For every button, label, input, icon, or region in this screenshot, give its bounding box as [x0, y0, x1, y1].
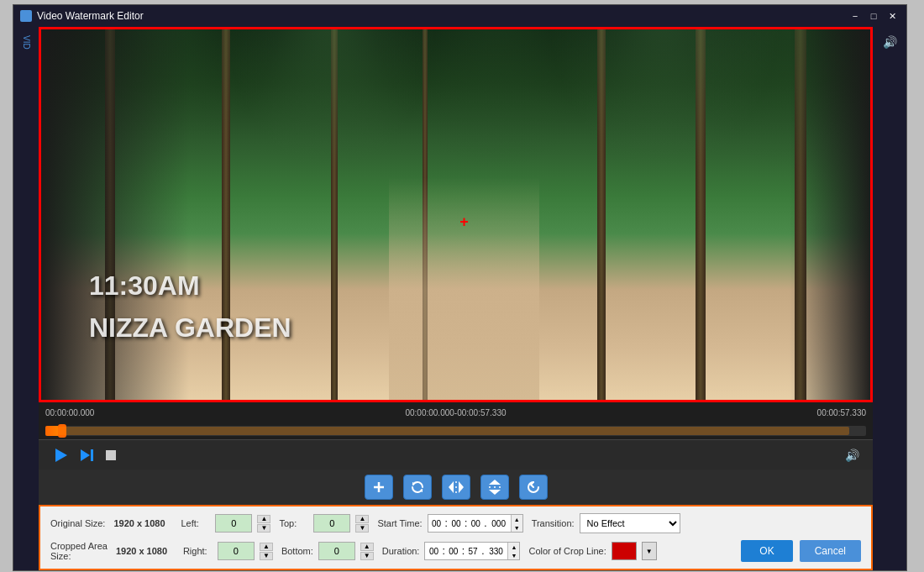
original-size-label: Original Size: [50, 518, 105, 528]
start-time-input[interactable]: : : . ▲ ▼ [428, 514, 523, 533]
reset-button[interactable] [519, 475, 548, 500]
tool-buttons-row [39, 470, 873, 505]
start-time-spinner: ▲ ▼ [511, 515, 522, 532]
dark-left-edge [39, 27, 189, 402]
step-forward-button[interactable] [79, 448, 94, 463]
start-time-group: Start Time: : : . ▲ ▼ [377, 514, 522, 533]
properties-row-2: Cropped AreaSize: 1920 x 1080 Right: ▲ ▼ [50, 540, 861, 562]
transport-controls: 🔊 [39, 439, 873, 470]
cancel-button[interactable]: Cancel [800, 540, 861, 562]
dur-down[interactable]: ▼ [507, 551, 519, 559]
dur-h-input[interactable] [425, 547, 442, 556]
main-content: 11:30AM NIZZA GARDEN + 00:00:00.000 00:0… [39, 27, 873, 570]
add-watermark-button[interactable] [365, 475, 393, 500]
main-window: Video Watermark Editor − □ ✕ VID [13, 4, 907, 571]
right-down-arrow[interactable]: ▼ [260, 552, 273, 560]
maximize-button[interactable]: □ [866, 8, 881, 24]
title-bar: Video Watermark Editor − □ ✕ [13, 5, 906, 27]
transition-group: Transition: No Effect Fade In Fade Out F… [532, 513, 680, 533]
title-bar-controls: − □ ✕ [848, 8, 900, 24]
right-input[interactable] [218, 542, 255, 560]
properties-row-1: Original Size: 1920 x 1080 Left: ▲ ▼ Top… [50, 513, 861, 533]
timeline-time-right: 00:00:57.330 [782, 408, 866, 417]
left-down-arrow[interactable]: ▼ [257, 524, 270, 533]
cropped-area-label-group: Cropped AreaSize: [50, 541, 108, 561]
seekbar-container[interactable] [39, 422, 873, 439]
color-crop-label: Color of Crop Line: [528, 546, 606, 556]
svg-rect-3 [106, 450, 116, 460]
dark-right-edge [790, 27, 873, 402]
sidebar-label: VID [22, 35, 31, 50]
top-down-arrow[interactable]: ▼ [355, 524, 369, 533]
right-spinner: ▲ ▼ [260, 543, 273, 560]
transition-select[interactable]: No Effect Fade In Fade Out Fade In/Out [580, 513, 680, 533]
start-time-label: Start Time: [377, 518, 422, 528]
dur-up[interactable]: ▲ [507, 543, 519, 551]
start-time-down[interactable]: ▼ [511, 523, 522, 532]
dur-s-input[interactable] [465, 547, 481, 556]
svg-marker-13 [489, 480, 501, 485]
start-h-input[interactable] [428, 519, 445, 528]
volume-control: 🔊 [845, 449, 859, 462]
bottom-up-arrow[interactable]: ▲ [360, 543, 374, 551]
start-time-up[interactable]: ▲ [511, 515, 522, 523]
svg-marker-14 [489, 490, 501, 495]
color-crop-group: Color of Crop Line: ▼ [528, 542, 656, 560]
right-prop-group: Right: ▲ ▼ [183, 542, 273, 560]
left-sidebar: VID [13, 27, 39, 570]
color-crop-box[interactable] [612, 542, 637, 560]
action-buttons: OK Cancel [741, 540, 861, 562]
right-label: Right: [183, 546, 213, 556]
flip-vertical-button[interactable] [480, 475, 509, 500]
top-up-arrow[interactable]: ▲ [355, 515, 369, 523]
svg-marker-9 [459, 481, 464, 493]
watermark-time: 11:30AM [89, 270, 200, 302]
dur-ms-input[interactable] [484, 547, 507, 556]
watermark-name: NIZZA GARDEN [89, 312, 291, 344]
right-panel: 🔊 [873, 27, 906, 570]
cropped-area-value: 1920 x 1080 [116, 546, 175, 556]
bottom-prop-group: Bottom: ▲ ▼ [281, 542, 374, 560]
duration-group: Duration: : : . ▲ ▼ [382, 542, 521, 560]
volume-icon[interactable]: 🔊 [845, 449, 859, 462]
close-button[interactable]: ✕ [885, 8, 900, 24]
top-prop-group: Top: ▲ ▼ [279, 514, 369, 533]
ok-button[interactable]: OK [741, 540, 792, 562]
minimize-button[interactable]: − [848, 8, 863, 24]
timeline-time-center: 00:00:00.000-00:00:57.330 [129, 408, 782, 417]
flip-horizontal-button[interactable] [442, 475, 470, 500]
top-input[interactable] [313, 514, 350, 533]
seekbar-track[interactable] [45, 426, 866, 436]
refresh-button[interactable] [403, 475, 432, 500]
left-label: Left: [181, 518, 210, 528]
play-button[interactable] [52, 447, 69, 464]
path-highlight [389, 177, 539, 402]
duration-input[interactable]: : : . ▲ ▼ [424, 542, 520, 560]
title-bar-left: Video Watermark Editor [20, 10, 144, 22]
left-spinner: ▲ ▼ [257, 515, 270, 533]
timeline-labels: 00:00:00.000 00:00:00.000-00:00:57.330 0… [39, 402, 873, 422]
speaker-icon[interactable]: 🔊 [883, 35, 897, 49]
left-input[interactable] [215, 514, 252, 533]
right-up-arrow[interactable]: ▲ [260, 543, 273, 551]
top-label: Top: [279, 518, 308, 528]
bottom-input[interactable] [318, 542, 355, 560]
start-m-input[interactable] [448, 519, 465, 528]
color-dropdown-button[interactable]: ▼ [642, 542, 657, 560]
properties-panel: Original Size: 1920 x 1080 Left: ▲ ▼ Top… [39, 505, 873, 570]
video-container[interactable]: 11:30AM NIZZA GARDEN + [39, 27, 873, 402]
left-up-arrow[interactable]: ▲ [257, 515, 270, 523]
start-s-input[interactable] [467, 519, 484, 528]
svg-marker-1 [81, 449, 90, 461]
start-ms-input[interactable] [487, 519, 511, 528]
top-spinner: ▲ ▼ [355, 515, 369, 533]
dur-m-input[interactable] [445, 547, 462, 556]
cropped-area-label: Cropped AreaSize: [50, 541, 108, 561]
stop-button[interactable] [104, 449, 118, 462]
duration-spinner: ▲ ▼ [507, 543, 519, 559]
left-prop-group: Left: ▲ ▼ [181, 514, 270, 533]
svg-marker-0 [55, 449, 67, 462]
svg-marker-8 [449, 481, 454, 493]
bottom-down-arrow[interactable]: ▼ [360, 552, 374, 560]
app-icon [20, 10, 32, 22]
